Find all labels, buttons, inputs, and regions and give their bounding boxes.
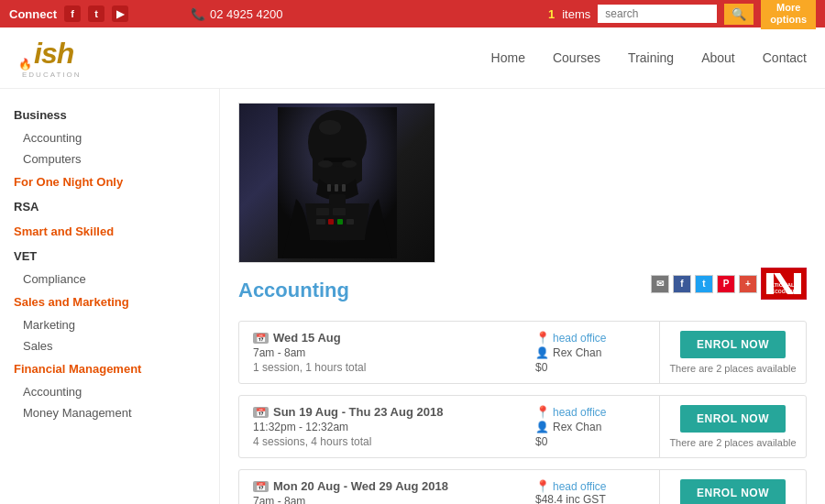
sidebar-section-smartskilled[interactable]: Smart and Skilled — [0, 219, 219, 244]
sidebar-section-business[interactable]: Business — [0, 103, 219, 127]
share-row: ✉ f t P + NATIONALLY RECOGNISED — [651, 268, 807, 300]
course-header-row — [238, 103, 807, 263]
sidebar-item-marketing[interactable]: Marketing — [0, 314, 219, 335]
session-date-1: 📅 Wed 15 Aug — [253, 331, 517, 345]
course-meta-right — [454, 103, 807, 263]
svg-point-4 — [318, 160, 333, 168]
location-link-2[interactable]: head office — [553, 406, 607, 419]
session-time-1: 7am - 8am — [253, 346, 517, 359]
enrol-button-1[interactable]: ENROL NOW — [680, 331, 786, 358]
svg-rect-11 — [316, 219, 325, 225]
nav-training[interactable]: Training — [628, 50, 674, 65]
session-instructor-2: 👤 Rex Chan — [535, 421, 654, 433]
logo[interactable]: 🔥 ish EDUCATION — [18, 37, 82, 79]
svg-rect-14 — [346, 219, 354, 225]
nav-contact[interactable]: Contact — [763, 50, 807, 65]
share-gplus-icon[interactable]: + — [739, 275, 757, 293]
session-location-2: 📍 head office 👤 Rex Chan $0 — [531, 396, 659, 457]
cart-count: 1 — [548, 7, 555, 21]
more-options-button[interactable]: More options — [761, 0, 816, 29]
nav-home[interactable]: Home — [491, 50, 525, 65]
enrol-places-2: There are 2 places available — [669, 437, 796, 448]
course-image — [238, 103, 435, 263]
session-card-3: 📅 Mon 20 Aug - Wed 29 Aug 2018 7am - 8am… — [238, 469, 807, 504]
sidebar-section-salesmarketing[interactable]: Sales and Marketing — [0, 290, 219, 314]
phone-icon: 📞 — [191, 7, 205, 21]
location-link-1[interactable]: head office — [553, 332, 607, 345]
share-twitter-icon[interactable]: t — [695, 275, 713, 293]
person-icon-2: 👤 — [535, 421, 549, 433]
share-email-icon[interactable]: ✉ — [651, 275, 669, 293]
youtube-icon[interactable]: ▶ — [112, 5, 128, 22]
session-count-2: 4 sessions, 4 hours total — [253, 435, 517, 448]
location-pin-icon-2: 📍 — [535, 405, 550, 419]
sidebar-item-computers[interactable]: Computers — [0, 148, 219, 170]
session-location-3: 📍 head office $48.4 inc GST — [531, 470, 659, 504]
location-pin-icon-1: 📍 — [535, 331, 550, 345]
location-link-3[interactable]: head office — [553, 480, 607, 493]
share-facebook-icon[interactable]: f — [673, 275, 691, 293]
svg-point-5 — [342, 160, 357, 168]
calendar-icon-1: 📅 — [253, 333, 269, 344]
twitter-icon[interactable]: t — [88, 5, 104, 22]
enrol-section-2: ENROL NOW There are 2 places available — [659, 396, 806, 457]
sidebar-item-accounting-business[interactable]: Accounting — [0, 127, 219, 148]
session-info-2: 📅 Sun 19 Aug - Thu 23 Aug 2018 11:32pm -… — [239, 396, 531, 457]
sidebar-item-money-management[interactable]: Money Management — [0, 402, 219, 423]
session-info-3: 📅 Mon 20 Aug - Wed 29 Aug 2018 7am - 8am… — [239, 470, 531, 504]
facebook-icon[interactable]: f — [64, 5, 81, 22]
top-bar: Connect f t ▶ 📞 02 4925 4200 1 items 🔍 M… — [0, 0, 825, 27]
connect-label: Connect — [9, 7, 57, 21]
session-time-2: 11:32pm - 12:32am — [253, 421, 517, 433]
svg-text:NATIONALLY: NATIONALLY — [766, 282, 801, 288]
session-time-3: 7am - 8am — [253, 495, 517, 504]
session-price-2: $0 — [535, 435, 654, 448]
svg-rect-10 — [333, 208, 346, 215]
session-card-1: 📅 Wed 15 Aug 7am - 8am 1 session, 1 hour… — [238, 321, 807, 384]
session-card-2: 📅 Sun 19 Aug - Thu 23 Aug 2018 11:32pm -… — [238, 395, 807, 458]
search-button[interactable]: 🔍 — [724, 4, 754, 25]
enrol-button-3[interactable]: ENROL NOW — [680, 479, 786, 504]
search-input[interactable] — [598, 5, 717, 23]
svg-rect-6 — [327, 184, 331, 192]
session-count-1: 1 session, 1 hours total — [253, 361, 517, 374]
logo-tagline: EDUCATION — [22, 71, 82, 79]
enrol-section-1: ENROL NOW There are 2 places available — [659, 322, 806, 383]
sidebar-item-sales[interactable]: Sales — [0, 335, 219, 356]
nav-courses[interactable]: Courses — [553, 50, 600, 65]
sidebar-item-accounting-financial[interactable]: Accounting — [0, 381, 219, 402]
sidebar-section-financial[interactable]: Financial Management — [0, 356, 219, 381]
content-area: Accounting ✉ f t P + NATIONALLY RECOGNIS… — [220, 89, 825, 504]
sidebar-item-compliance[interactable]: Compliance — [0, 268, 219, 290]
session-date-3: 📅 Mon 20 Aug - Wed 29 Aug 2018 — [253, 479, 517, 493]
calendar-icon-2: 📅 — [253, 407, 269, 418]
svg-rect-15 — [329, 194, 346, 205]
sidebar-section-vet[interactable]: VET — [0, 244, 219, 268]
svg-rect-13 — [337, 219, 343, 225]
svg-rect-12 — [328, 219, 334, 225]
enrol-button-2[interactable]: ENROL NOW — [680, 405, 786, 433]
session-price-1: $0 — [535, 361, 654, 374]
top-bar-right: 1 items 🔍 More options — [548, 0, 816, 29]
session-date-2: 📅 Sun 19 Aug - Thu 23 Aug 2018 — [253, 405, 517, 419]
main-layout: Business Accounting Computers For One Ni… — [0, 89, 825, 504]
logo-text: ish — [34, 37, 73, 71]
person-icon-1: 👤 — [535, 346, 549, 359]
sidebar-section-rsa[interactable]: RSA — [0, 194, 219, 219]
svg-rect-7 — [335, 184, 338, 192]
svg-point-2 — [319, 120, 341, 135]
sidebar-section-foronenight[interactable]: For One Night Only — [0, 170, 219, 194]
svg-rect-9 — [316, 208, 329, 215]
main-nav: Home Courses Training About Contact — [491, 50, 807, 65]
enrol-places-1: There are 2 places available — [669, 363, 796, 374]
phone-number: 📞 02 4925 4200 — [191, 7, 283, 21]
session-instructor-1: 👤 Rex Chan — [535, 346, 654, 359]
top-bar-left: Connect f t ▶ 📞 02 4925 4200 — [9, 5, 283, 22]
svg-text:RECOGNISED: RECOGNISED — [768, 289, 799, 294]
session-info-1: 📅 Wed 15 Aug 7am - 8am 1 session, 1 hour… — [239, 322, 531, 383]
enrol-section-3: ENROL NOW There are 4 places available — [659, 470, 806, 504]
share-pinterest-icon[interactable]: P — [717, 275, 735, 293]
darth-vader-svg — [278, 107, 397, 258]
session-location-1: 📍 head office 👤 Rex Chan $0 — [531, 322, 659, 383]
nav-about[interactable]: About — [701, 50, 735, 65]
